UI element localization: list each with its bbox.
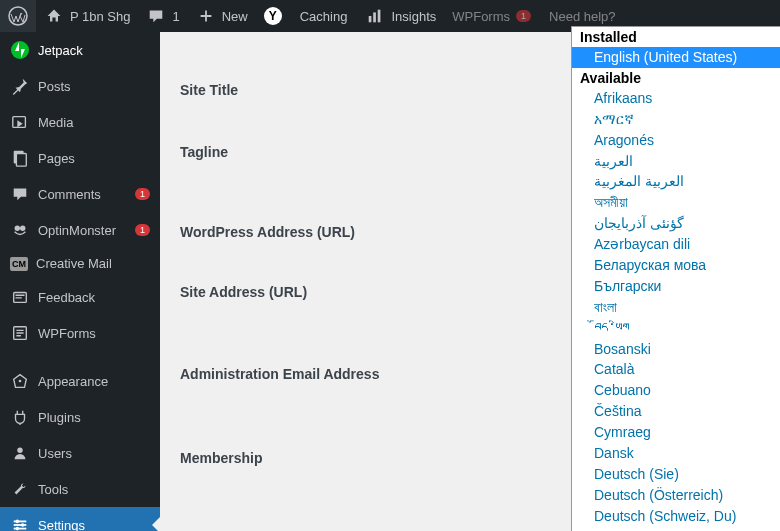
svg-rect-2 bbox=[374, 12, 377, 22]
comments-count: 1 bbox=[172, 9, 179, 24]
dropdown-option[interactable]: Čeština bbox=[572, 401, 780, 422]
svg-point-9 bbox=[20, 226, 25, 231]
dropdown-option[interactable]: Bosanski bbox=[572, 339, 780, 360]
comments-badge: 1 bbox=[135, 188, 150, 200]
sidebar-item-wpforms[interactable]: WPForms bbox=[0, 315, 160, 351]
sidebar-label: Settings bbox=[38, 518, 150, 532]
sidebar-item-settings[interactable]: Settings bbox=[0, 507, 160, 531]
svg-point-4 bbox=[11, 41, 29, 59]
caching-label: Caching bbox=[300, 9, 348, 24]
dropdown-group-installed: Installed bbox=[572, 27, 780, 47]
comments-button[interactable]: 1 bbox=[138, 0, 187, 32]
new-button[interactable]: New bbox=[188, 0, 256, 32]
sidebar-item-media[interactable]: Media bbox=[0, 104, 160, 140]
admin-email-label: Administration Email Address bbox=[180, 362, 400, 382]
dropdown-option[interactable]: Azərbaycan dili bbox=[572, 234, 780, 255]
dropdown-option[interactable]: Cebuano bbox=[572, 380, 780, 401]
svg-rect-1 bbox=[369, 16, 372, 22]
dropdown-option[interactable]: العربية المغربية bbox=[572, 171, 780, 192]
svg-point-12 bbox=[19, 380, 22, 383]
sidebar-label: Creative Mail bbox=[36, 256, 150, 271]
sidebar-label: Appearance bbox=[38, 374, 150, 389]
dropdown-option[interactable]: Afrikaans bbox=[572, 88, 780, 109]
new-label: New bbox=[222, 9, 248, 24]
users-icon bbox=[10, 443, 30, 463]
sidebar-label: WPForms bbox=[38, 326, 150, 341]
sidebar-item-jetpack[interactable]: Jetpack bbox=[0, 32, 160, 68]
dropdown-option[interactable]: گؤنئی آذربایجان bbox=[572, 213, 780, 234]
media-icon bbox=[10, 112, 30, 132]
dropdown-option[interactable]: Cymraeg bbox=[572, 422, 780, 443]
sidebar-label: Users bbox=[38, 446, 150, 461]
dropdown-option[interactable]: Deutsch (Schweiz, Du) bbox=[572, 506, 780, 527]
wp-address-label: WordPress Address (URL) bbox=[180, 220, 400, 240]
svg-point-18 bbox=[21, 523, 25, 527]
tagline-label: Tagline bbox=[180, 140, 400, 160]
svg-rect-7 bbox=[16, 154, 26, 167]
dropdown-option[interactable]: Беларуская мова bbox=[572, 255, 780, 276]
svg-point-19 bbox=[16, 527, 20, 531]
dropdown-option[interactable]: Aragonés bbox=[572, 130, 780, 151]
dropdown-option[interactable]: Català bbox=[572, 359, 780, 380]
dropdown-option[interactable]: አማርኛ bbox=[572, 109, 780, 130]
feedback-icon bbox=[10, 287, 30, 307]
plugins-icon bbox=[10, 407, 30, 427]
sidebar-label: Posts bbox=[38, 79, 150, 94]
svg-point-13 bbox=[17, 448, 22, 453]
site-name-label: P 1bn Shg bbox=[70, 9, 130, 24]
sidebar-label: Tools bbox=[38, 482, 150, 497]
dropdown-option[interactable]: অসমীয়া bbox=[572, 192, 780, 213]
site-name-button[interactable]: P 1bn Shg bbox=[36, 0, 138, 32]
dropdown-option[interactable]: བོད་ཡིག bbox=[572, 318, 780, 339]
pin-icon bbox=[10, 76, 30, 96]
settings-icon bbox=[10, 515, 30, 531]
chart-icon bbox=[365, 6, 385, 26]
wp-logo-button[interactable] bbox=[0, 0, 36, 32]
wpforms-badge: 1 bbox=[516, 10, 531, 22]
dropdown-option[interactable]: Deutsch (Sie) bbox=[572, 464, 780, 485]
sidebar-item-users[interactable]: Users bbox=[0, 435, 160, 471]
wpforms-icon bbox=[10, 323, 30, 343]
dropdown-option[interactable]: العربية bbox=[572, 151, 780, 172]
site-address-label: Site Address (URL) bbox=[180, 280, 400, 300]
dropdown-option-english-us[interactable]: English (United States) bbox=[572, 47, 780, 68]
sidebar-item-creativemail[interactable]: CM Creative Mail bbox=[0, 248, 160, 279]
sidebar-item-appearance[interactable]: Appearance bbox=[0, 363, 160, 399]
insights-button[interactable]: Insights bbox=[357, 0, 444, 32]
creativemail-icon: CM bbox=[10, 257, 28, 271]
yoast-button[interactable]: Y bbox=[256, 0, 290, 32]
dropdown-option[interactable]: Български bbox=[572, 276, 780, 297]
sidebar-item-feedback[interactable]: Feedback bbox=[0, 279, 160, 315]
svg-rect-3 bbox=[378, 10, 381, 23]
sidebar-label: Jetpack bbox=[38, 43, 150, 58]
sidebar-label: Media bbox=[38, 115, 150, 130]
sidebar-item-tools[interactable]: Tools bbox=[0, 471, 160, 507]
settings-content: Site Title Tagline WordPress Address (UR… bbox=[160, 32, 780, 531]
sidebar-item-comments[interactable]: Comments 1 bbox=[0, 176, 160, 212]
sidebar-item-optinmonster[interactable]: OptinMonster 1 bbox=[0, 212, 160, 248]
dropdown-option[interactable]: Deutsch (Österreich) bbox=[572, 485, 780, 506]
wpforms-topbar-button[interactable]: WPForms 1 bbox=[444, 0, 539, 32]
comment-icon bbox=[146, 6, 166, 26]
sidebar-item-posts[interactable]: Posts bbox=[0, 68, 160, 104]
sidebar-label: Comments bbox=[38, 187, 127, 202]
dropdown-option[interactable]: বাংলা bbox=[572, 297, 780, 318]
sidebar-label: Pages bbox=[38, 151, 150, 166]
membership-label: Membership bbox=[180, 446, 400, 466]
svg-point-17 bbox=[16, 520, 20, 524]
plus-icon bbox=[196, 6, 216, 26]
appearance-icon bbox=[10, 371, 30, 391]
wpforms-topbar-label: WPForms bbox=[452, 9, 510, 24]
admin-sidebar: Jetpack Posts Media Pages Comments 1 Opt… bbox=[0, 32, 160, 531]
dropdown-option[interactable]: Deutsch bbox=[572, 527, 780, 531]
svg-point-8 bbox=[15, 226, 20, 231]
optinmonster-badge: 1 bbox=[135, 224, 150, 236]
caching-button[interactable]: Caching bbox=[290, 0, 358, 32]
needhelp-label: Need help? bbox=[549, 9, 616, 24]
sidebar-item-pages[interactable]: Pages bbox=[0, 140, 160, 176]
yoast-icon: Y bbox=[264, 7, 282, 25]
dropdown-option[interactable]: Dansk bbox=[572, 443, 780, 464]
sidebar-item-plugins[interactable]: Plugins bbox=[0, 399, 160, 435]
home-icon bbox=[44, 6, 64, 26]
language-dropdown[interactable]: Installed English (United States) Availa… bbox=[571, 26, 780, 531]
